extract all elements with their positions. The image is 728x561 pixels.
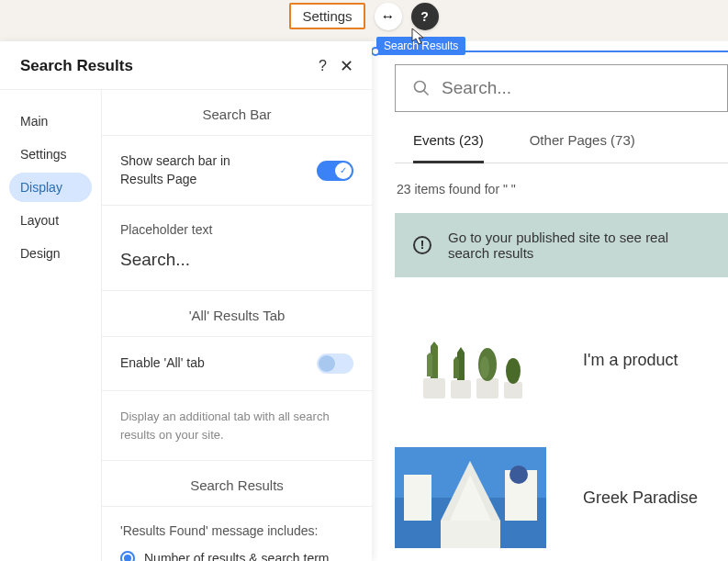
sidebar-item-design[interactable]: Design (9, 239, 92, 268)
results-status: 23 items found for " " (397, 182, 728, 196)
section-title-search-bar: Search Bar (102, 90, 372, 136)
svg-point-16 (510, 466, 528, 484)
settings-panel: Search Results ? ✕ Main Settings Display… (0, 41, 372, 561)
info-banner: ! Go to your published site to see real … (395, 213, 728, 277)
panel-header: Search Results ? ✕ (0, 41, 372, 90)
svg-point-8 (506, 358, 521, 384)
svg-rect-4 (476, 378, 498, 398)
search-icon (412, 79, 431, 97)
selection-handle[interactable] (371, 47, 380, 56)
section-title-search-results: Search Results (102, 461, 372, 507)
search-box[interactable] (395, 64, 728, 112)
show-search-bar-toggle[interactable]: ✓ (317, 161, 353, 181)
selection-tag: Search Results (376, 37, 465, 55)
search-input[interactable] (442, 78, 711, 98)
close-icon[interactable]: ✕ (340, 56, 353, 76)
cactus-illustration (407, 314, 535, 406)
content-area: Search Bar Show search bar in Results Pa… (101, 90, 372, 561)
top-bar: Settings ↔ ? (0, 0, 728, 32)
sidebar: Main Settings Display Layout Design (0, 90, 101, 561)
placeholder-field-label: Placeholder text (120, 222, 353, 237)
results-list: I'm a product Greek Paradise (395, 305, 728, 553)
section-title-all-tab: 'All' Results Tab (102, 291, 372, 337)
help-button[interactable]: ? (411, 3, 439, 30)
santorini-illustration (395, 447, 546, 548)
radio-number-and-term[interactable] (120, 551, 135, 561)
result-thumb (395, 443, 546, 553)
svg-rect-2 (423, 378, 445, 398)
all-tab-description: Display an additional tab with all searc… (120, 408, 353, 443)
result-item[interactable]: I'm a product (395, 305, 728, 415)
result-title: Greek Paradise (583, 488, 698, 508)
results-found-label: 'Results Found' message includes: (120, 523, 353, 538)
tab-other-pages[interactable]: Other Pages (73) (530, 132, 635, 163)
result-item[interactable]: Greek Paradise (395, 443, 728, 553)
panel-title: Search Results (20, 57, 133, 75)
preview-area: Events (23) Other Pages (73) 23 items fo… (372, 41, 728, 561)
stretch-button[interactable]: ↔ (375, 3, 402, 30)
svg-rect-11 (404, 475, 431, 521)
sidebar-item-layout[interactable]: Layout (9, 206, 92, 235)
result-thumb (395, 305, 546, 415)
info-text: Go to your published site to see real se… (448, 230, 710, 261)
svg-point-0 (415, 82, 426, 93)
show-search-bar-label: Show search bar in Results Page (120, 152, 276, 188)
svg-point-7 (480, 356, 489, 378)
svg-line-1 (424, 91, 429, 95)
settings-button[interactable]: Settings (289, 3, 364, 29)
panel-help-icon[interactable]: ? (319, 58, 327, 74)
svg-rect-15 (441, 521, 500, 548)
placeholder-input[interactable] (120, 246, 353, 274)
tab-events[interactable]: Events (23) (413, 132, 484, 163)
radio-number-and-term-label: Number of results & search term (144, 551, 330, 561)
tabs: Events (23) Other Pages (73) (395, 132, 728, 163)
sidebar-item-main[interactable]: Main (9, 107, 92, 136)
svg-rect-5 (504, 382, 522, 398)
result-title: I'm a product (583, 351, 678, 370)
enable-all-tab-label: Enable 'All' tab (120, 354, 205, 373)
sidebar-item-display[interactable]: Display (9, 173, 92, 202)
sidebar-item-settings[interactable]: Settings (9, 140, 92, 169)
svg-rect-3 (451, 380, 471, 398)
enable-all-tab-toggle[interactable] (317, 353, 353, 374)
info-icon: ! (413, 236, 431, 254)
